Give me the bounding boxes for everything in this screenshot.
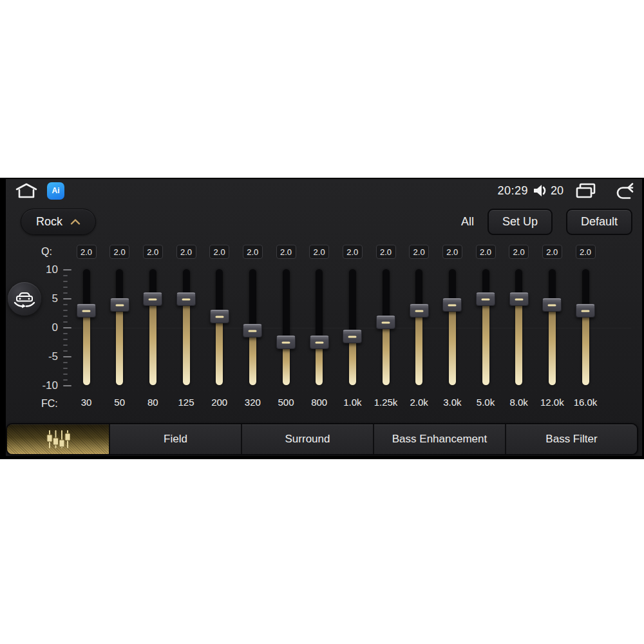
preset-dropdown[interactable]: Rock xyxy=(21,209,96,235)
slider-handle-200[interactable] xyxy=(210,310,229,323)
q-value-125[interactable]: 2.0 xyxy=(176,245,196,259)
q-value-800[interactable]: 2.0 xyxy=(309,245,329,259)
slider-track-80[interactable] xyxy=(149,269,156,385)
status-bar-right: 20:29 20 xyxy=(497,182,635,199)
axis-tick xyxy=(63,339,68,340)
slider-track-12.0k[interactable] xyxy=(549,269,556,385)
slider-handle-320[interactable] xyxy=(243,324,262,337)
axis-tick xyxy=(63,374,68,375)
slider-track-30[interactable] xyxy=(83,269,90,385)
home-icon[interactable] xyxy=(14,182,39,200)
clock: 20:29 xyxy=(497,184,528,198)
axis-tick xyxy=(63,292,68,294)
q-value-3.0k[interactable]: 2.0 xyxy=(442,245,462,259)
slider-handle-2.0k[interactable] xyxy=(410,304,429,317)
fc-value-16.0k: 16.0k xyxy=(565,397,606,408)
tab-bass-enhancement[interactable]: Bass Enhancement xyxy=(373,424,505,454)
slider-track-50[interactable] xyxy=(116,269,123,385)
slider-handle-8.0k[interactable] xyxy=(509,292,529,306)
axis-tick xyxy=(63,304,68,305)
q-value-80[interactable]: 2.0 xyxy=(143,245,163,259)
slider-track-3.0k[interactable] xyxy=(449,269,456,385)
volume-icon[interactable] xyxy=(533,184,549,198)
axis-tick xyxy=(63,350,68,352)
tab-field[interactable]: Field xyxy=(109,424,241,454)
q-row-label: Q: xyxy=(41,246,61,258)
bezel-bottom xyxy=(0,456,644,459)
slider-track-8.0k[interactable] xyxy=(515,269,522,385)
slider-fill xyxy=(116,305,123,385)
slider-handle-125[interactable] xyxy=(176,292,196,306)
slider-fill xyxy=(83,310,90,385)
axis-label-0: 0 xyxy=(24,321,58,335)
axis-tick xyxy=(63,385,71,386)
volume-level: 20 xyxy=(551,184,564,198)
tab-bass-filter[interactable]: Bass Filter xyxy=(505,424,637,454)
slider-fill xyxy=(149,299,156,385)
slider-track-5.0k[interactable] xyxy=(482,269,489,385)
axis-tick xyxy=(63,356,71,357)
q-value-1.25k[interactable]: 2.0 xyxy=(376,245,396,259)
q-value-8.0k[interactable]: 2.0 xyxy=(509,245,529,259)
q-value-200[interactable]: 2.0 xyxy=(209,245,229,259)
slider-track-800[interactable] xyxy=(316,269,323,385)
slider-handle-5.0k[interactable] xyxy=(476,292,495,306)
tab-label: Surround xyxy=(285,433,330,446)
q-value-30[interactable]: 2.0 xyxy=(77,245,97,259)
q-value-500[interactable]: 2.0 xyxy=(276,245,296,259)
slider-fill xyxy=(349,337,356,386)
q-value-2.0k[interactable]: 2.0 xyxy=(409,245,429,259)
slider-fill xyxy=(482,299,489,385)
fc-row-label: FC: xyxy=(41,398,61,410)
slider-handle-30[interactable] xyxy=(77,304,96,317)
slider-track-200[interactable] xyxy=(216,269,223,385)
slider-track-125[interactable] xyxy=(183,269,190,385)
slider-handle-16.0k[interactable] xyxy=(576,304,595,317)
axis-tick xyxy=(63,298,71,299)
slider-handle-500[interactable] xyxy=(276,336,296,349)
slider-handle-1.0k[interactable] xyxy=(343,330,362,343)
slider-handle-50[interactable] xyxy=(110,298,129,312)
slider-track-16.0k[interactable] xyxy=(582,269,589,385)
slider-fill xyxy=(449,305,456,385)
equalizer-page: Ai 20:29 20 xyxy=(0,0,644,644)
setup-button[interactable]: Set Up xyxy=(488,209,553,235)
q-value-12.0k[interactable]: 2.0 xyxy=(542,245,562,259)
axis-tick xyxy=(63,275,68,276)
axis-label--5: -5 xyxy=(24,350,58,364)
axis-tick xyxy=(63,310,68,311)
recent-apps-icon[interactable] xyxy=(575,182,596,199)
slider-fill xyxy=(582,310,589,385)
slider-track-2.0k[interactable] xyxy=(415,269,422,385)
preset-label: Rock xyxy=(36,215,62,229)
slider-handle-3.0k[interactable] xyxy=(442,298,462,312)
car-surround-icon xyxy=(13,289,36,309)
q-value-320[interactable]: 2.0 xyxy=(243,245,263,259)
q-value-1.0k[interactable]: 2.0 xyxy=(343,245,363,259)
slider-handle-80[interactable] xyxy=(143,292,162,306)
sound-field-car-button[interactable] xyxy=(8,282,41,316)
axis-tick xyxy=(63,287,68,288)
slider-handle-1.25k[interactable] xyxy=(376,316,395,329)
slider-handle-12.0k[interactable] xyxy=(542,298,562,312)
tab-equalizer[interactable] xyxy=(7,424,109,454)
slider-track-1.0k[interactable] xyxy=(349,269,356,385)
status-bar-left: Ai xyxy=(14,182,64,200)
axis-tick xyxy=(63,316,68,317)
tab-surround[interactable]: Surround xyxy=(241,424,373,454)
default-button[interactable]: Default xyxy=(566,209,632,235)
all-label[interactable]: All xyxy=(461,215,474,229)
axis-tick xyxy=(63,269,71,270)
ai-app-icon[interactable]: Ai xyxy=(47,182,64,200)
tab-label: Bass Filter xyxy=(545,433,597,446)
q-value-5.0k[interactable]: 2.0 xyxy=(476,245,496,259)
axis-label-10: 10 xyxy=(24,263,58,277)
q-value-16.0k[interactable]: 2.0 xyxy=(576,245,596,259)
axis-tick xyxy=(63,362,68,363)
slider-handle-800[interactable] xyxy=(310,336,329,349)
back-icon[interactable] xyxy=(612,182,635,199)
q-value-50[interactable]: 2.0 xyxy=(109,245,129,259)
chevron-up-icon xyxy=(70,219,80,225)
slider-track-500[interactable] xyxy=(283,269,290,385)
slider-fill xyxy=(515,299,522,385)
